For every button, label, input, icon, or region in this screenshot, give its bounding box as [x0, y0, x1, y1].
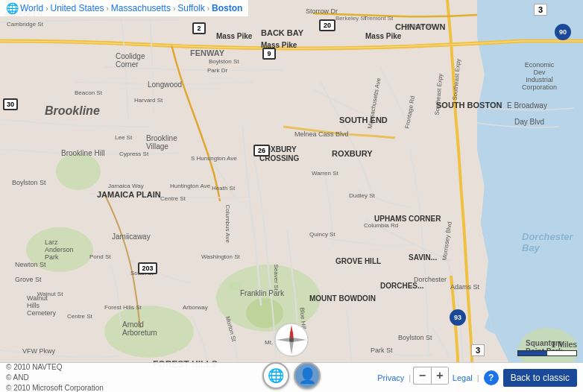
route-badge-93: 93 [450, 309, 466, 326]
breadcrumb-united-states[interactable]: United States [50, 3, 104, 13]
breadcrumb-bar: 🌐 World › United States › Massachusetts … [0, 0, 248, 16]
privacy-link[interactable]: Privacy [377, 373, 404, 382]
route-badge-203: 203 [138, 262, 157, 274]
svg-point-4 [56, 153, 101, 190]
route-badge-30: 30 [3, 98, 18, 110]
svg-text:N: N [289, 331, 293, 336]
help-button[interactable]: ? [484, 370, 499, 385]
copyright-text: © 2010 NAVTEQ © AND © 2010 Microsoft Cor… [6, 362, 104, 393]
bottom-right-section: 1 Miles Privacy | Ad Info | Legal | ? Ba… [377, 369, 577, 387]
breadcrumb-sep-3: › [173, 4, 175, 13]
svg-point-13 [289, 338, 294, 342]
map-controls-center: 🌐 👤 [262, 362, 321, 389]
map-container[interactable]: 🌐 World › United States › Massachusetts … [0, 0, 583, 392]
route-badge-9: 9 [262, 48, 276, 60]
zoom-out-button[interactable]: − [413, 367, 431, 385]
streetside-button[interactable]: 👤 [294, 362, 321, 389]
scale-badge-top: 3 [534, 4, 547, 16]
breadcrumb-globe-icon: 🌐 [6, 2, 19, 14]
scale-line [517, 350, 577, 356]
breadcrumb-sep-4: › [207, 4, 209, 13]
sep-1: | [409, 373, 411, 382]
route-badge-20: 20 [319, 19, 335, 31]
scale-bar: 1 Miles [517, 340, 577, 356]
route-badge-26: 26 [253, 145, 270, 157]
breadcrumb-sep-1: › [45, 4, 48, 13]
back-to-classic-button[interactable]: Back to classic [503, 369, 577, 387]
legal-link[interactable]: Legal [453, 373, 473, 382]
svg-rect-7 [230, 282, 241, 291]
zoom-in-button[interactable]: + [431, 367, 449, 385]
breadcrumb-world[interactable]: World [20, 3, 43, 13]
person-icon: 👤 [298, 367, 317, 385]
svg-point-3 [26, 227, 93, 272]
scale-badge-bottom: 3 [471, 344, 485, 356]
scale-label: 1 Miles [551, 340, 577, 349]
compass-rose[interactable]: N [274, 322, 309, 358]
breadcrumb-massachusetts[interactable]: Massachusetts [111, 3, 171, 13]
globe-view-button[interactable]: 🌐 [262, 362, 289, 389]
route-badge-90: 90 [555, 24, 571, 40]
breadcrumb-sep-2: › [107, 4, 109, 13]
sep-3: | [477, 373, 479, 382]
breadcrumb-suffolk[interactable]: Suffolk [177, 3, 204, 13]
bottom-toolbar: © 2010 NAVTEQ © AND © 2010 Microsoft Cor… [0, 362, 583, 392]
globe-icon: 🌐 [268, 367, 284, 384]
breadcrumb-boston: Boston [212, 3, 242, 13]
svg-point-1 [104, 306, 194, 358]
zoom-controls: − + [413, 367, 449, 385]
route-badge-2: 2 [192, 22, 206, 34]
